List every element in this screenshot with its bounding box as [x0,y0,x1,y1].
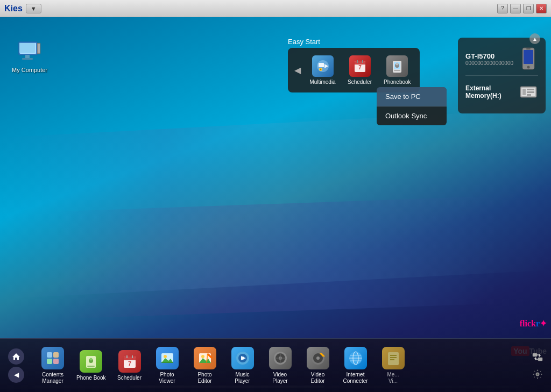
svg-text:ABC: ABC [88,365,94,368]
app-video-player[interactable]: VideoPlayer [262,344,299,388]
device-info: GT-I5700 0000000000000000 [465,52,513,66]
phonebook-dropdown-menu: Save to PC Outlook Sync [377,87,447,125]
external-memory-icon [519,79,538,105]
svg-rect-83 [538,358,542,361]
video-editor-icon [307,347,329,369]
titlebar: Kies ▼ ? — ❐ ✕ [0,0,551,17]
app-scheduler[interactable]: 7 Scheduler [111,347,148,384]
app-internet-connecter[interactable]: InternetConnecter [337,344,374,388]
app-photo-editor[interactable]: PhotoEditor [187,344,223,388]
multimedia-icon [312,55,334,77]
app-phone-book-label: Phone Book [76,375,106,381]
easy-start-multimedia-label: Multimedia [309,79,335,85]
svg-rect-35 [53,352,59,358]
taskbar-prev-button[interactable]: ◀ [8,367,24,383]
easy-start-items-container: ◀ Multimedia [288,48,420,92]
device-id: 0000000000000000 [465,60,513,66]
svg-rect-4 [22,58,33,60]
my-computer-image [17,39,43,65]
easy-start-panel: Easy Start ◀ Multimedia [288,38,420,92]
app-photo-viewer[interactable]: PhotoViewer [149,344,186,388]
svg-rect-26 [526,48,531,49]
svg-rect-67 [280,353,281,364]
taskbar: ◀ ContentsManager [0,338,551,392]
my-computer-icon[interactable]: My Computer [11,39,48,73]
easy-start-scheduler[interactable]: 7 Scheduler [342,52,377,88]
app-photo-editor-label: PhotoEditor [197,372,211,384]
settings-button[interactable] [529,367,546,381]
app-contents-manager-label: ContentsManager [42,372,63,384]
kies-dropdown-arrow[interactable]: ▼ [26,4,41,13]
help-button[interactable]: ? [497,4,508,13]
svg-rect-36 [47,359,52,364]
minimize-button[interactable]: — [510,4,521,13]
svg-rect-30 [527,89,534,90]
restore-button[interactable]: ❐ [523,4,534,13]
app-photo-viewer-label: PhotoViewer [159,372,175,384]
app-video-editor[interactable]: VideoEditor [300,344,336,388]
svg-point-87 [537,373,539,375]
svg-rect-6 [38,44,40,53]
svg-point-21 [396,63,399,66]
app-video-player-label: VideoPlayer [272,372,287,384]
svg-point-50 [164,355,167,358]
svg-rect-37 [53,359,59,364]
svg-marker-85 [534,357,536,360]
app-phone-book[interactable]: ABC Phone Book [72,347,110,384]
taskbar-left-nav: ◀ [0,348,32,383]
app-memo-viewer[interactable]: Me...Vi... [375,344,412,388]
easy-start-phonebook-label: Phonebook [384,79,411,85]
easy-start-multimedia[interactable]: Multimedia [305,52,340,88]
svg-rect-29 [522,89,526,95]
phonebook-outlook-sync[interactable]: Outlook Sync [377,106,447,125]
sync-button[interactable] [529,350,546,364]
easy-start-scheduler-label: Scheduler [348,79,372,85]
app-internet-connecter-label: InternetConnecter [343,372,368,384]
svg-rect-2 [19,43,35,53]
music-player-icon [231,347,254,369]
scheduler-icon: 7 [349,55,371,77]
device-scroll-up[interactable]: ▲ [529,33,540,44]
photo-viewer-icon [156,347,179,369]
app-memo-viewer-label: Me...Vi... [387,372,399,384]
device-name: GT-I5700 [465,52,513,60]
my-computer-label: My Computer [12,67,47,73]
phonebook-save-to-pc[interactable]: Save to PC [377,87,447,106]
svg-rect-3 [25,55,30,58]
svg-marker-33 [12,353,20,360]
device-row: GT-I5700 0000000000000000 [465,43,538,76]
svg-rect-32 [527,94,531,96]
app-title: Kies ▼ [0,4,46,13]
app-video-editor-label: VideoEditor [310,372,324,384]
video-player-icon [269,347,292,369]
contents-manager-icon [41,347,64,369]
svg-rect-52 [161,362,173,363]
svg-rect-34 [47,352,52,358]
photo-editor-icon [194,347,216,369]
app-contents-manager[interactable]: ContentsManager [34,344,71,388]
easy-start-prev-arrow[interactable]: ◀ [292,63,303,77]
svg-rect-78 [388,352,399,365]
svg-rect-82 [533,353,537,357]
easy-start-phonebook[interactable]: Phonebook [379,52,415,88]
device-panel: ▲ GT-I5700 0000000000000000 External [458,38,546,113]
close-button[interactable]: ✕ [536,4,547,13]
app-music-player[interactable]: MusicPlayer [224,344,261,388]
svg-text:7: 7 [128,360,131,367]
svg-rect-8 [319,63,324,67]
flickr-badge[interactable]: flickr✦ [520,318,547,329]
svg-point-11 [320,69,321,70]
phonebook-icon [386,55,408,77]
memo-viewer-icon [382,347,405,369]
kies-logo-text: Kies [4,4,23,13]
device-phone-icon [519,46,538,72]
taskbar-apps-container: ContentsManager ABC Phone Book [32,344,524,388]
taskbar-home-button[interactable] [8,348,24,365]
svg-point-40 [90,358,93,360]
svg-marker-84 [539,354,541,357]
taskbar-right-tools [524,350,551,381]
external-memory-info: External Memory(H:) [465,84,513,99]
window-controls: ? — ❐ ✕ [497,4,547,13]
svg-point-54 [201,355,204,358]
svg-rect-22 [394,70,400,71]
